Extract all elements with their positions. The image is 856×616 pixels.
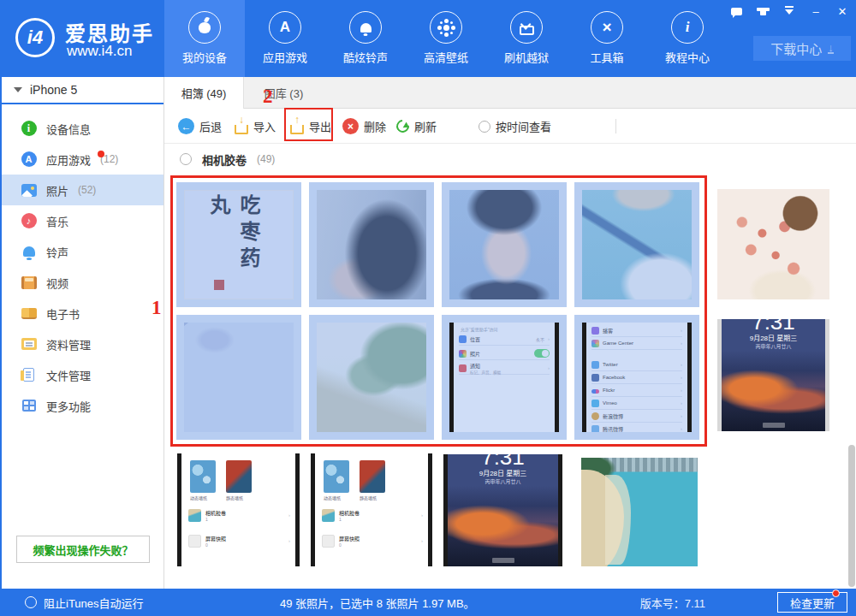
check-update-button[interactable]: 检查更新 bbox=[777, 592, 847, 613]
photo-thumbnail-settings-list[interactable]: 播客› Game Center› Twitter› Facebook› Flic… bbox=[574, 315, 699, 440]
sidebar-item-ringtones[interactable]: 铃声 bbox=[2, 236, 163, 267]
flickr-icon bbox=[591, 389, 599, 394]
download-center-button[interactable]: 下载中心 ↓ bbox=[753, 36, 851, 61]
export-icon bbox=[290, 125, 304, 134]
notifications-icon bbox=[459, 364, 467, 372]
scrollbar-thumb[interactable] bbox=[848, 445, 855, 587]
tray-minimize-icon[interactable] bbox=[782, 5, 796, 17]
info-circle-icon: i bbox=[21, 121, 37, 137]
apple-icon bbox=[188, 11, 221, 44]
radio-icon bbox=[479, 121, 490, 133]
sidebar-item-device-info[interactable]: i 设备信息 bbox=[2, 113, 163, 144]
sidebar-item-apps[interactable]: A 应用游戏 (12) bbox=[2, 144, 163, 175]
nav-tutorials[interactable]: i 教程中心 bbox=[647, 0, 728, 77]
camera-roll-radio[interactable] bbox=[180, 153, 192, 165]
photo-thumbnail-settings-permissions[interactable]: 允许“爱思助手”访问 位置 永不 › 照片 通知 标记、声音、横幅 › bbox=[442, 315, 567, 440]
photo-thumbnail-portrait-2[interactable] bbox=[442, 182, 567, 307]
nav-ringtones[interactable]: 酷炫铃声 bbox=[325, 0, 406, 77]
photo-thumbnail-lockscreen-2[interactable]: 7:31 9月28日 星期三 丙申年八月廿八 bbox=[443, 454, 562, 566]
update-badge bbox=[832, 589, 840, 597]
more-grid-icon bbox=[21, 398, 37, 414]
music-icon: ♪ bbox=[21, 213, 37, 229]
device-selector[interactable]: iPhone 5 bbox=[2, 77, 163, 104]
skin-icon[interactable] bbox=[756, 5, 770, 17]
photo-thumbnail-illustration[interactable] bbox=[717, 189, 829, 299]
podcasts-icon bbox=[591, 327, 599, 335]
sidebar: iPhone 5 i 设备信息 A 应用游戏 (12) 照片 (52) ♪ 音乐 bbox=[2, 77, 164, 589]
status-bar: 阻止iTunes自动运行 49 张照片，已选中 8 张照片 1.97 MB。 版… bbox=[2, 589, 856, 616]
photos-app-icon bbox=[459, 350, 467, 358]
sidebar-item-videos[interactable]: 视频 bbox=[2, 267, 163, 298]
minimize-icon[interactable]: – bbox=[809, 5, 823, 17]
sidebar-item-data-management[interactable]: 资料管理 bbox=[2, 329, 163, 359]
logo-badge: i4 bbox=[27, 27, 43, 49]
sidebar-item-music[interactable]: ♪ 音乐 bbox=[2, 205, 163, 236]
photo-thumbnail-calligraphy[interactable]: 吃枣药丸 bbox=[176, 182, 301, 307]
vimeo-icon bbox=[591, 400, 599, 407]
camera-roll-thumb bbox=[322, 509, 335, 522]
app-header: i4 爱思助手 www.i4.cn 我的设备 A 应用游戏 酷炫铃声 高清壁纸 bbox=[2, 0, 856, 77]
sidebar-item-file-management[interactable]: 文件管理 bbox=[2, 359, 163, 390]
sidebar-list: i 设备信息 A 应用游戏 (12) 照片 (52) ♪ 音乐 铃声 bbox=[2, 113, 163, 421]
refresh-icon bbox=[394, 117, 412, 135]
view-by-time-toggle[interactable]: 按时间查看 bbox=[479, 109, 551, 144]
album-name: 相机胶卷 bbox=[202, 151, 247, 168]
live-wallpaper-thumb bbox=[190, 460, 216, 493]
toolbar-divider bbox=[615, 119, 616, 133]
nav-flash-jailbreak[interactable]: 刷机越狱 bbox=[486, 0, 567, 77]
nav-my-devices[interactable]: 我的设备 bbox=[164, 0, 245, 77]
photo-thumbnail-trees[interactable] bbox=[309, 315, 434, 440]
info-icon: i bbox=[671, 11, 704, 44]
operation-failure-help-button[interactable]: 频繁出现操作失败？ bbox=[16, 536, 150, 563]
nav-wallpapers[interactable]: 高清壁纸 bbox=[406, 0, 486, 77]
ringtone-bell-icon bbox=[21, 244, 37, 260]
location-icon bbox=[459, 335, 467, 343]
main-nav: 我的设备 A 应用游戏 酷炫铃声 高清壁纸 刷机越狱 × 工具箱 bbox=[164, 0, 728, 77]
flower-icon bbox=[430, 11, 462, 44]
photo-thumbnail-sketch[interactable] bbox=[176, 315, 301, 440]
close-icon[interactable]: ✕ bbox=[835, 5, 849, 17]
sidebar-item-ebooks[interactable]: 电子书 bbox=[2, 298, 163, 329]
calligraphy-text: 吃枣药丸 bbox=[204, 194, 264, 299]
photo-thumbnail-lockscreen[interactable]: 7:31 9月28日 星期三 丙申年八月廿八 bbox=[717, 319, 829, 431]
tab-albums[interactable]: 相簿 (49) bbox=[164, 77, 244, 109]
photo-thumbnail-beach[interactable] bbox=[581, 458, 698, 566]
window-controls: – ✕ bbox=[729, 5, 849, 17]
nav-apps-games[interactable]: A 应用游戏 bbox=[245, 0, 325, 77]
block-itunes-toggle[interactable]: 阻止iTunes自动运行 bbox=[25, 589, 144, 616]
tab-bar: 相簿 (49) 图库 (3) bbox=[164, 77, 856, 109]
jailbreak-box-icon bbox=[510, 11, 543, 44]
import-icon bbox=[235, 125, 248, 134]
nav-toolbox[interactable]: × 工具箱 bbox=[567, 0, 647, 77]
back-button[interactable]: ← 后退 bbox=[178, 109, 222, 144]
camera-roll-thumb bbox=[188, 509, 201, 522]
import-button[interactable]: 导入 bbox=[235, 109, 276, 144]
delete-icon: × bbox=[342, 118, 359, 134]
comment-icon[interactable] bbox=[729, 5, 743, 17]
refresh-button[interactable]: 刷新 bbox=[396, 109, 437, 144]
photo-icon bbox=[21, 182, 37, 198]
live-wallpaper-thumb bbox=[324, 460, 349, 493]
photo-thumbnail-wallpaper-settings-2[interactable]: 动态墙纸 静态墙纸 相机胶卷 1 › 屏幕快照 0 › bbox=[311, 453, 432, 566]
photo-thumbnail-portrait-1[interactable] bbox=[309, 182, 434, 307]
sidebar-item-photos[interactable]: 照片 (52) bbox=[2, 175, 163, 205]
version-label: 版本号：7.11 bbox=[640, 589, 705, 616]
app-window: i4 爱思助手 www.i4.cn 我的设备 A 应用游戏 酷炫铃声 高清壁纸 bbox=[0, 0, 856, 616]
photo-thumbnail-wallpaper-settings-1[interactable]: 动态墙纸 静态墙纸 相机胶卷 1 › 屏幕快照 0 › bbox=[177, 453, 300, 566]
delete-button[interactable]: × 删除 bbox=[342, 109, 386, 144]
still-wallpaper-thumb bbox=[360, 460, 385, 493]
photo-thumbnail-portrait-3[interactable] bbox=[574, 182, 699, 307]
back-icon: ← bbox=[178, 118, 194, 134]
tab-gallery[interactable]: 图库 (3) bbox=[244, 77, 324, 109]
video-icon bbox=[21, 275, 37, 291]
app-url: www.i4.cn bbox=[67, 43, 133, 60]
tencent-weibo-icon bbox=[591, 425, 599, 433]
appstore-icon: A bbox=[269, 11, 301, 44]
album-count: (49) bbox=[257, 153, 275, 165]
export-button[interactable]: 导出 bbox=[290, 109, 331, 144]
photo-toolbar: ← 后退 导入 导出 × 删除 刷新 按时间查看 bbox=[164, 109, 856, 144]
camera-roll-row: 相机胶卷 (49) bbox=[164, 144, 856, 175]
ebook-icon bbox=[21, 305, 37, 322]
sidebar-item-more-features[interactable]: 更多功能 bbox=[2, 390, 163, 421]
screenshots-thumb bbox=[188, 535, 201, 548]
